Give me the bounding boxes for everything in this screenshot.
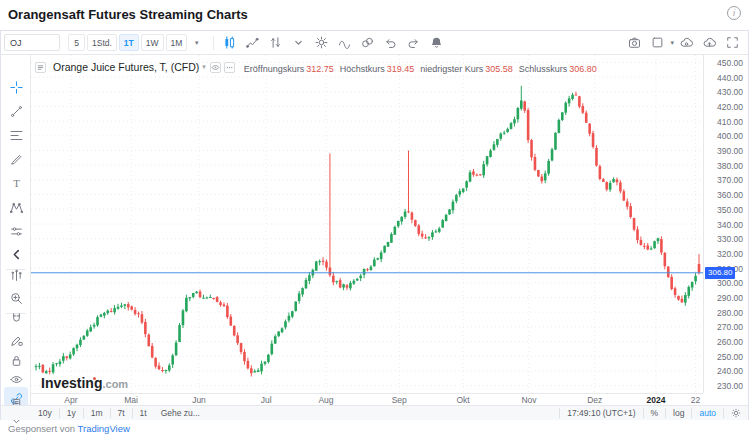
investing-logo[interactable]: Investing.com bbox=[41, 375, 128, 391]
interval-button-1T[interactable]: 1T bbox=[119, 34, 139, 51]
clock-readout[interactable]: 17:49:10 (UTC+1) bbox=[559, 408, 642, 418]
undo-icon[interactable] bbox=[380, 34, 401, 52]
range-button-1m[interactable]: 1m bbox=[84, 408, 111, 418]
info-icon[interactable]: i bbox=[727, 6, 741, 20]
symbol-value: OJ bbox=[10, 38, 22, 48]
ohlc-item: Höchstkurs319.45 bbox=[340, 64, 415, 74]
symbol-input[interactable]: OJ bbox=[4, 34, 60, 51]
trend-line-icon[interactable] bbox=[4, 100, 28, 122]
price-tick-label: 240.00 bbox=[717, 366, 743, 376]
legend-collapse-icon[interactable] bbox=[35, 62, 46, 73]
time-axis[interactable]: AprMaiJunJulAugSepOktNovDez202422 bbox=[31, 393, 703, 405]
settings-gear-icon[interactable] bbox=[723, 408, 748, 418]
log-scale-button[interactable]: log bbox=[665, 408, 691, 418]
caret-icon[interactable] bbox=[288, 34, 309, 52]
zoom-in-icon[interactable] bbox=[4, 287, 28, 309]
legend-symbol-title[interactable]: Orange Juice Futures, T, (CFD) bbox=[53, 61, 199, 73]
compare-arrows-icon[interactable] bbox=[265, 34, 286, 52]
price-tick-label: 390.00 bbox=[717, 146, 743, 156]
price-tick-label: 420.00 bbox=[717, 102, 743, 112]
drawing-toolbar: T bbox=[1, 55, 31, 419]
drawing-lock-icon[interactable] bbox=[4, 329, 28, 351]
chevron-down-icon[interactable]: ▾ bbox=[670, 39, 674, 47]
cloud-load-icon[interactable] bbox=[676, 34, 697, 52]
tradingview-link[interactable]: TradingView bbox=[78, 423, 130, 434]
cloud-save-icon[interactable] bbox=[699, 34, 720, 52]
interval-button-1W[interactable]: 1W bbox=[141, 34, 164, 51]
time-tick-label: 2024 bbox=[646, 395, 665, 405]
bottom-right-group: 17:49:10 (UTC+1) % log auto bbox=[559, 408, 748, 418]
price-tick-label: 450.00 bbox=[717, 58, 743, 68]
ohlc-item: Schlusskurs306.80 bbox=[519, 64, 597, 74]
interval-button-1Std.[interactable]: 1Std. bbox=[87, 34, 117, 51]
page-title: Orangensaft Futures Streaming Charts bbox=[8, 7, 248, 22]
chevron-down-icon: ▾ bbox=[195, 39, 199, 47]
price-tick-label: 230.00 bbox=[717, 381, 743, 391]
camera-icon[interactable] bbox=[624, 34, 645, 52]
time-tick-label: Jul bbox=[261, 395, 272, 405]
magnet-icon[interactable] bbox=[4, 307, 28, 329]
bottom-toolbar: 10y1y1m7t1t Gehe zu... 17:49:10 (UTC+1) … bbox=[31, 405, 748, 420]
chart-plot-area[interactable]: Orange Juice Futures, T, (CFD) ▾ Eröffnu… bbox=[31, 55, 703, 393]
price-tick-label: 340.00 bbox=[717, 220, 743, 230]
goto-button[interactable]: Gehe zu... bbox=[154, 408, 207, 418]
time-tick-label: Apr bbox=[64, 395, 77, 405]
chevron-down-icon[interactable]: ▾ bbox=[202, 63, 206, 71]
time-tick-label: Nov bbox=[521, 395, 536, 405]
indicators-icon[interactable] bbox=[334, 34, 355, 52]
price-tick-label: 430.00 bbox=[717, 87, 743, 97]
more-icon[interactable] bbox=[224, 62, 235, 73]
price-tick-label: 410.00 bbox=[717, 117, 743, 127]
range-button-1y[interactable]: 1y bbox=[60, 408, 84, 418]
top-toolbar: OJ 51Std.1T1W1M ▾ ▾ bbox=[1, 31, 748, 55]
price-tick-label: 290.00 bbox=[717, 293, 743, 303]
interval-dropdown[interactable]: ▾ bbox=[189, 34, 206, 51]
brush-icon[interactable] bbox=[4, 148, 28, 170]
crosshair-icon[interactable] bbox=[4, 76, 28, 98]
forecast-icon[interactable] bbox=[4, 220, 28, 242]
text-tool-icon[interactable]: T bbox=[4, 172, 28, 194]
logo-red-dot bbox=[93, 377, 96, 380]
price-tick-label: 260.00 bbox=[717, 337, 743, 347]
price-tick-label: 250.00 bbox=[717, 352, 743, 362]
ohlc-readout: Eröffnungskurs312.75Höchstkurs319.45nied… bbox=[238, 58, 597, 76]
time-tick-label: Jun bbox=[192, 395, 206, 405]
fib-retracement-icon[interactable] bbox=[4, 124, 28, 146]
time-tick-label: Sep bbox=[392, 395, 407, 405]
svg-text:T: T bbox=[13, 177, 20, 189]
percent-scale-button[interactable]: % bbox=[643, 408, 666, 418]
range-button-7t[interactable]: 7t bbox=[111, 408, 133, 418]
price-tick-label: 350.00 bbox=[717, 205, 743, 215]
ohlc-item: niedrigster Kurs305.58 bbox=[420, 64, 513, 74]
interval-button-5[interactable]: 5 bbox=[68, 34, 85, 51]
bar-pattern-icon[interactable] bbox=[4, 264, 28, 286]
chart-type-candles-icon[interactable] bbox=[219, 34, 240, 52]
eye-icon[interactable] bbox=[210, 62, 221, 73]
arrow-left-icon[interactable] bbox=[4, 243, 28, 265]
layout-icon[interactable] bbox=[647, 34, 668, 52]
price-axis[interactable]: 306.80 230.00240.00250.00260.00270.00280… bbox=[703, 55, 748, 393]
line-style-icon[interactable] bbox=[242, 34, 263, 52]
price-tick-label: 440.00 bbox=[717, 73, 743, 83]
compare-scales-icon[interactable] bbox=[357, 34, 378, 52]
price-tick-label: 400.00 bbox=[717, 131, 743, 141]
time-tick-label: Okt bbox=[456, 395, 469, 405]
range-button-1t[interactable]: 1t bbox=[133, 408, 154, 418]
price-tick-label: 280.00 bbox=[717, 308, 743, 318]
xabcd-pattern-icon[interactable] bbox=[4, 196, 28, 218]
time-tick-label: Dez bbox=[587, 395, 602, 405]
interval-button-1M[interactable]: 1M bbox=[166, 34, 188, 51]
price-tick-label: 370.00 bbox=[717, 175, 743, 185]
fullscreen-icon[interactable] bbox=[722, 34, 743, 52]
settings-gear-icon[interactable] bbox=[311, 34, 332, 52]
auto-scale-button[interactable]: auto bbox=[691, 408, 723, 418]
alert-bell-icon[interactable] bbox=[426, 34, 447, 52]
right-icon-group: ▾ bbox=[624, 34, 745, 52]
range-button-10y[interactable]: 10y bbox=[31, 408, 60, 418]
price-tick-label: 320.00 bbox=[717, 249, 743, 259]
chart-legend: Orange Juice Futures, T, (CFD) ▾ Eröffnu… bbox=[35, 58, 597, 76]
range-group: 10y1y1m7t1t bbox=[31, 408, 154, 418]
page: Orangensaft Futures Streaming Charts i O… bbox=[0, 0, 749, 434]
redo-icon[interactable] bbox=[403, 34, 424, 52]
toolbar-divider bbox=[213, 36, 214, 50]
